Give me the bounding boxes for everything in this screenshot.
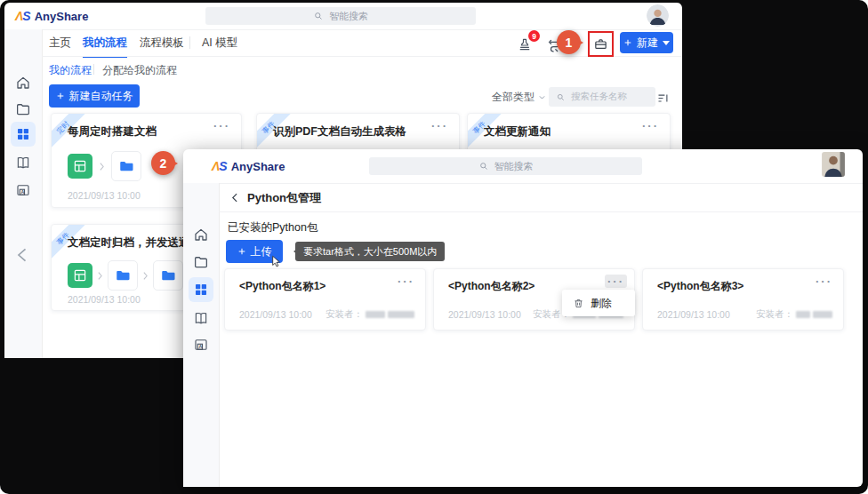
chevron-right-icon xyxy=(97,270,103,281)
package-date: 2021/09/13 10:00 xyxy=(448,309,521,320)
global-search-input[interactable]: 智能搜索 xyxy=(205,7,476,25)
home-icon xyxy=(15,75,31,91)
sidebar: A xyxy=(4,29,43,358)
sidebar-item-library[interactable] xyxy=(11,150,36,175)
redacted-installer-name xyxy=(388,311,414,318)
package-card[interactable]: <Python包名称3> ··· 2021/09/13 10:00 安装者： xyxy=(642,268,844,331)
sheet-icon xyxy=(68,154,92,179)
package-card[interactable]: <Python包名称1> ··· 2021/09/13 10:00 安装者： xyxy=(224,268,426,331)
breadcrumb-my-flows[interactable]: 我的流程 xyxy=(49,63,92,78)
type-filter-label: 全部类型 xyxy=(492,90,534,105)
folder-step-icon xyxy=(111,151,141,181)
sidebar-collapse-button[interactable] xyxy=(11,243,36,267)
sidebar-item-documents[interactable] xyxy=(11,97,36,122)
screenshot-canvas: ΛS AnyShare 智能搜索 xyxy=(0,0,868,494)
flow-card-title: 文档更新通知 xyxy=(484,124,551,139)
avatar[interactable] xyxy=(647,4,669,27)
tab-my-flows[interactable]: 我的流程 xyxy=(83,29,127,58)
briefcase-icon xyxy=(593,36,608,52)
more-button[interactable]: ··· xyxy=(642,119,659,132)
new-auto-task-button[interactable]: 新建自动任务 xyxy=(49,84,140,108)
anyshare-logo-mark: ΛS xyxy=(15,9,30,23)
grid-icon xyxy=(15,126,31,142)
flow-card-date: 2021/09/13 10:00 xyxy=(68,190,141,201)
flow-card-title: 识别PDF文档自动生成表格 xyxy=(273,124,406,139)
list-icon xyxy=(656,92,670,105)
more-button[interactable]: ··· xyxy=(605,275,627,288)
home-icon xyxy=(193,227,209,243)
sidebar-item-apps[interactable] xyxy=(11,122,36,147)
chevron-left-icon xyxy=(14,246,32,264)
book-icon xyxy=(193,310,209,326)
toolbox-button[interactable] xyxy=(591,35,611,54)
annotation-step-1: 1 xyxy=(557,30,581,54)
tab-home[interactable]: 主页 xyxy=(49,29,71,56)
page-title: Python包管理 xyxy=(247,190,321,206)
redacted-installer-name xyxy=(813,311,832,318)
sidebar-item-home[interactable] xyxy=(11,70,36,95)
new-auto-task-label: 新建自动任务 xyxy=(69,89,133,104)
global-search-input[interactable]: 智能搜索 xyxy=(369,157,642,175)
list-view-toggle[interactable] xyxy=(655,91,670,105)
flow-steps xyxy=(68,260,194,291)
more-button[interactable]: ··· xyxy=(431,119,448,132)
annotation-step-2: 2 xyxy=(151,151,175,175)
flow-steps xyxy=(68,151,141,181)
search-placeholder: 智能搜索 xyxy=(329,10,368,23)
redacted-installer-name xyxy=(366,311,385,318)
chevron-down-icon xyxy=(538,93,546,101)
chevron-right-icon xyxy=(142,270,149,281)
more-button[interactable]: ··· xyxy=(816,275,832,288)
anyshare-logo[interactable]: ΛS AnyShare xyxy=(212,159,285,173)
section-title: 已安装的Python包 xyxy=(228,220,317,235)
folder-step-icon xyxy=(108,260,138,291)
type-filter-dropdown[interactable]: 全部类型 xyxy=(492,90,546,105)
grid-icon xyxy=(193,282,209,298)
delete-menu-item[interactable]: 删除 xyxy=(562,290,635,316)
sidebar-item-templates[interactable]: A xyxy=(11,178,36,203)
folder-step-icon xyxy=(153,260,183,291)
cursor-icon xyxy=(270,255,282,267)
task-search-input[interactable]: 搜索任务名称 xyxy=(549,87,655,107)
plus-icon xyxy=(237,247,246,256)
trash-icon xyxy=(573,298,584,309)
more-button[interactable]: ··· xyxy=(213,119,230,132)
svg-text:A: A xyxy=(20,189,24,195)
anyshare-logo-text: AnyShare xyxy=(231,160,285,173)
more-button[interactable]: ··· xyxy=(398,275,414,288)
package-title: <Python包名称3> xyxy=(657,279,743,294)
chevron-left-icon xyxy=(229,192,241,203)
package-title: <Python包名称1> xyxy=(239,279,326,294)
label-box-icon: A xyxy=(15,182,31,198)
label-box-icon: A xyxy=(193,337,209,353)
sidebar-item-documents[interactable] xyxy=(189,250,213,275)
notification-badge: 9 xyxy=(528,30,540,42)
search-icon xyxy=(313,11,324,21)
package-installer: 安装者： xyxy=(326,308,414,321)
breadcrumb-assigned-flows[interactable]: 分配给我的流程 xyxy=(102,63,177,78)
sidebar-item-library[interactable] xyxy=(189,306,213,331)
new-button[interactable]: 新建 xyxy=(620,32,673,53)
plus-icon xyxy=(56,92,65,100)
task-search-placeholder: 搜索任务名称 xyxy=(571,91,627,103)
anyshare-logo[interactable]: ΛS AnyShare xyxy=(15,9,88,23)
sidebar-item-apps[interactable] xyxy=(189,277,213,302)
installer-label: 安装者： xyxy=(326,308,363,321)
redacted-installer-name xyxy=(796,311,810,318)
avatar[interactable] xyxy=(822,152,845,177)
new-button-label: 新建 xyxy=(637,36,658,51)
sheet-icon xyxy=(68,263,92,288)
sidebar-item-home[interactable] xyxy=(189,222,213,247)
sidebar-item-templates[interactable]: A xyxy=(189,332,213,357)
package-date: 2021/09/13 10:00 xyxy=(657,309,730,320)
book-icon xyxy=(15,155,31,171)
caret-down-icon xyxy=(663,41,670,45)
search-placeholder: 智能搜索 xyxy=(494,160,534,173)
tab-ai-models[interactable]: AI 模型 xyxy=(202,29,237,56)
sidebar: A xyxy=(183,183,220,487)
package-title: <Python包名称2> xyxy=(448,279,534,294)
installer-label: 安装者： xyxy=(756,308,793,321)
tab-flow-templates[interactable]: 流程模板 xyxy=(140,29,184,56)
back-button[interactable] xyxy=(228,190,242,204)
package-date: 2021/09/13 10:00 xyxy=(239,309,312,320)
